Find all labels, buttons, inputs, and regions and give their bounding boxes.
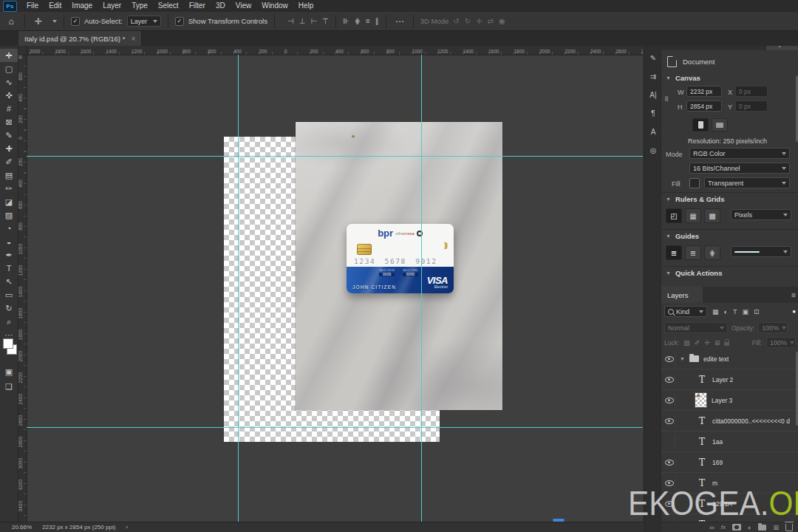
visibility-toggle[interactable] — [664, 394, 675, 407]
eraser-tool[interactable]: ◪ — [0, 195, 18, 208]
distribute-icon[interactable]: ⋕ — [355, 17, 361, 25]
brushes-icon[interactable]: ⇉ — [645, 69, 661, 84]
canvas-viewport[interactable]: 2000180016001400120010008006004002000200… — [18, 46, 643, 522]
align-icon[interactable]: ⊣ — [287, 17, 294, 25]
marquee-tool[interactable]: ▢ — [0, 62, 18, 75]
layer-row[interactable]: ▼ T 169 — [661, 452, 798, 473]
3d-mode-icon[interactable]: ↺ — [453, 17, 459, 25]
history-brush-tool[interactable]: ✏ — [0, 182, 18, 195]
rectangle-tool[interactable]: ▭ — [0, 288, 18, 301]
adjustment-layer-icon[interactable]: ◐ — [748, 524, 751, 531]
menu-item[interactable]: Help — [293, 0, 319, 12]
align-icon[interactable]: ⊢ — [310, 17, 317, 25]
height-field[interactable]: 2854 px — [686, 100, 722, 112]
y-field[interactable]: 0 px — [735, 100, 768, 112]
lock-type-icon[interactable]: ✛ — [704, 339, 710, 347]
menu-item[interactable]: Edit — [44, 0, 66, 12]
layers-tab[interactable]: Layers — [661, 287, 703, 303]
status-arrow-icon[interactable]: › — [126, 524, 128, 531]
vertical-guide[interactable] — [421, 55, 422, 522]
menu-item[interactable]: 3D — [211, 0, 231, 12]
landscape-orientation-button[interactable] — [712, 118, 728, 132]
3d-mode-icon[interactable]: ↻ — [465, 17, 471, 25]
guide-style-dropdown[interactable] — [731, 246, 791, 257]
filter-type-icon[interactable]: ◐ — [724, 308, 728, 316]
eyedropper-tool[interactable]: ✎ — [0, 129, 18, 142]
frame-tool[interactable]: ⊠ — [0, 115, 18, 129]
layers-menu-icon[interactable]: ≡ — [791, 291, 796, 299]
visibility-toggle[interactable] — [664, 352, 675, 366]
dodge-tool[interactable]: ◒ — [0, 235, 18, 248]
snap-toggle-button[interactable]: ▩ — [704, 208, 720, 223]
portrait-orientation-button[interactable] — [692, 118, 709, 132]
chevron-down-icon[interactable]: ▼ — [680, 356, 685, 361]
document-row[interactable]: Document — [667, 56, 715, 67]
menu-item[interactable]: File — [21, 0, 44, 12]
rulers-grids-section-header[interactable]: ▼ Rulers & Grids — [666, 195, 724, 203]
gradient-tool[interactable]: ▨ — [0, 208, 18, 222]
layer-row[interactable]: ▼ T Layer 2 — [661, 369, 798, 390]
bit-depth-dropdown[interactable]: 16 Bits/Channel — [689, 163, 790, 174]
guides-section-header[interactable]: ▼ Guides — [666, 232, 699, 240]
pen-tool[interactable]: ✒ — [0, 248, 18, 262]
canvas-section-header[interactable]: ▼ Canvas — [666, 74, 700, 82]
fill-dropdown[interactable]: Transparent — [704, 177, 790, 188]
quick-mask-button[interactable]: ▣ — [0, 365, 18, 378]
lock-type-icon[interactable]: ✐ — [695, 339, 700, 347]
path-selection-tool[interactable]: ↖ — [0, 275, 18, 288]
lock-type-icon[interactable]: ⊞ — [715, 339, 720, 347]
lasso-tool[interactable]: ∿ — [0, 75, 18, 89]
show-transform-checkbox[interactable]: ✓ — [175, 17, 184, 26]
distribute-icon[interactable]: ⊪ — [343, 17, 349, 25]
document-tab[interactable]: Italy id.psd @ 20.7% (RGB/16) * × — [18, 31, 142, 46]
filter-type-icon[interactable]: ▣ — [742, 308, 748, 316]
visibility-toggle[interactable] — [664, 373, 675, 386]
blur-tool[interactable]: ◔ — [0, 222, 18, 235]
vertical-ruler[interactable]: 8006004002000200400600800100012001400160… — [18, 55, 27, 522]
mode-dropdown[interactable]: RGB Color — [689, 148, 790, 159]
distribute-icon[interactable]: ∥ — [375, 17, 379, 25]
visibility-toggle[interactable] — [664, 435, 675, 449]
menu-item[interactable]: Window — [256, 0, 293, 12]
clone-stamp-tool[interactable]: ▤ — [0, 168, 18, 182]
align-icon[interactable]: ⊥ — [299, 17, 306, 25]
link-dimensions-icon[interactable]: ∞ — [663, 96, 672, 102]
move-tool[interactable]: ✛ — [0, 49, 18, 62]
menu-item[interactable]: View — [231, 0, 257, 12]
filter-type-icon[interactable]: T — [733, 308, 737, 316]
width-field[interactable]: 2232 px — [686, 86, 722, 97]
crop-tool[interactable]: # — [0, 102, 18, 115]
blend-mode-dropdown[interactable]: Normal — [664, 322, 728, 333]
3d-mode-icon[interactable]: ✛ — [476, 17, 482, 25]
grid-toggle-button[interactable]: ▦ — [685, 208, 701, 223]
menu-item[interactable]: Layer — [98, 0, 126, 12]
filter-type-icon[interactable]: ▦ — [712, 308, 719, 316]
align-icon[interactable]: ⊤ — [322, 17, 329, 25]
foreground-color-swatch[interactable] — [3, 338, 13, 349]
zoom-level[interactable]: 20.66% — [12, 524, 32, 531]
screen-mode-button[interactable]: ❏ — [0, 380, 18, 393]
fill-checkbox[interactable] — [689, 178, 700, 188]
hand-tool[interactable]: ↻ — [0, 301, 18, 315]
opacity-dropdown[interactable]: 100% — [758, 322, 788, 333]
new-layer-icon[interactable]: ⊞ — [773, 524, 779, 531]
visibility-toggle[interactable] — [664, 456, 675, 469]
object-selection-tool[interactable]: ✜ — [0, 89, 18, 102]
more-options-icon[interactable]: ⋯ — [393, 16, 406, 27]
menu-item[interactable]: Type — [126, 0, 153, 12]
new-group-icon[interactable] — [758, 525, 766, 531]
layer-row[interactable]: ▼ T Layer 3 — [661, 390, 798, 411]
lock-guides-button[interactable]: ≣ — [685, 245, 701, 260]
filter-kind-dropdown[interactable]: Kind — [664, 306, 707, 317]
zoom-tool[interactable]: ⌕ — [0, 315, 18, 328]
healing-brush-tool[interactable]: ✚ — [0, 142, 18, 155]
character-panel-icon[interactable]: A| — [645, 88, 661, 103]
horizontal-ruler[interactable]: 2000180016001400120010008006004002000200… — [27, 46, 643, 55]
distribute-icon[interactable]: ≡ — [366, 17, 370, 25]
link-layers-icon[interactable]: ∞ — [709, 524, 714, 531]
horizontal-guide[interactable] — [27, 427, 643, 428]
rulers-toggle-button[interactable]: ◰ — [666, 208, 682, 223]
menu-item[interactable]: Filter — [184, 0, 211, 12]
fill-amount-dropdown[interactable]: 100% — [766, 337, 796, 348]
filter-toggle[interactable]: ● — [792, 308, 796, 315]
